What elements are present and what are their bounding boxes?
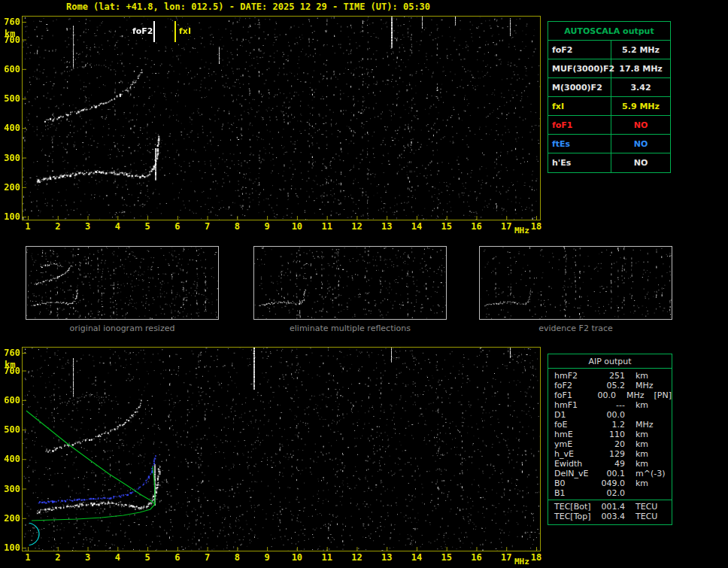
x-axis-tick-label: 5 — [144, 221, 150, 232]
autoscala-row-label: foF1 — [548, 116, 611, 134]
x-axis-tick-label: 15 — [441, 552, 451, 563]
aip-val: 05.2 — [595, 381, 625, 390]
aip-unit — [625, 410, 667, 420]
x-axis-tick-label: 3 — [85, 552, 90, 563]
aip-val: 003.4 — [595, 512, 625, 521]
aip-row: TEC[Bot]001.4TECU — [548, 500, 672, 512]
thumbnail-caption-evidence: evidence F2 trace — [479, 323, 672, 333]
autoscala-table-title: AUTOSCALA output — [548, 22, 670, 41]
aip-name: hmF1 — [548, 400, 595, 410]
thumbnail-caption-original: original ionogram resized — [26, 323, 219, 333]
aip-row: hmF2251km — [548, 371, 672, 381]
autoscala-row-label: h'Es — [548, 153, 611, 172]
x-axis-tick-label: 14 — [411, 552, 422, 563]
aip-unit: MHz — [625, 420, 667, 430]
autoscala-row-label: fxI — [548, 97, 611, 115]
x-axis-tick-label: 16 — [471, 221, 481, 232]
aip-val: 00.1 — [595, 469, 625, 478]
x-axis-tick-label: 8 — [235, 221, 240, 232]
autoscala-row: M(3000)F23.42 — [548, 78, 670, 97]
aip-row: foF100.0MHz[PN] — [548, 390, 672, 400]
aip-val: 49 — [595, 459, 625, 469]
autoscala-row-label: MUF(3000)F2 — [548, 59, 611, 77]
autoscala-row: foF25.2 MHz — [548, 41, 670, 59]
aip-row: foE1.2MHz — [548, 420, 672, 430]
x-axis-tick-label: 3 — [85, 221, 90, 232]
x-axis-unit-bottom: MHz — [514, 557, 529, 566]
autoscala-table-rows: foF25.2 MHzMUF(3000)F217.8 MHzM(3000)F23… — [548, 41, 670, 172]
x-axis-tick-label: 14 — [411, 221, 422, 232]
y-axis-tick-label: 760 — [0, 17, 20, 26]
foF2-marker-label: foF2 — [132, 26, 153, 36]
aip-extra: [PN] — [654, 390, 672, 400]
x-axis-tick-label: 11 — [321, 552, 332, 563]
autoscala-row-label: ftEs — [548, 135, 611, 153]
y-axis-tick-label: 500 — [0, 425, 20, 434]
x-axis-tick-label: 5 — [144, 552, 150, 563]
y-axis-tick-label: 100 — [0, 212, 20, 221]
x-axis-tick-label: 8 — [235, 552, 240, 563]
autoscala-row-value: 5.2 MHz — [611, 41, 670, 59]
aip-val: 00.0 — [590, 390, 616, 400]
aip-name: TEC[Top] — [548, 512, 595, 521]
aip-row: B0049.0km — [548, 478, 672, 488]
aip-val: 001.4 — [595, 502, 625, 512]
autoscala-row-value: NO — [611, 135, 670, 153]
y-axis-tick-label: 400 — [0, 123, 20, 132]
x-axis-tick-label: 1 — [25, 221, 30, 232]
x-axis-tick-label: 16 — [471, 552, 481, 563]
thumbnail-original-canvas — [26, 247, 218, 319]
x-axis-tick-label: 13 — [381, 221, 392, 232]
x-axis-tick-label: 13 — [381, 552, 392, 563]
fxI-marker-label: fxI — [179, 26, 191, 36]
x-axis-tick-label: 9 — [264, 552, 269, 563]
x-axis-tick-label: 1 — [25, 552, 30, 563]
aip-name: foF1 — [548, 390, 590, 400]
x-axis-tick-label: 18 — [531, 552, 541, 563]
autoscala-row: ftEsNO — [548, 135, 670, 153]
y-axis-tick-label: 700 — [0, 366, 20, 375]
x-axis-tick-label: 2 — [55, 221, 60, 232]
aip-output-table: AIP output hmF2251kmfoF205.2MHzfoF100.0M… — [548, 354, 672, 525]
aip-unit — [625, 488, 667, 498]
autoscala-row: MUF(3000)F217.8 MHz — [548, 59, 670, 78]
aip-row: D100.0 — [548, 410, 672, 420]
y-axis-tick-label: 500 — [0, 94, 20, 103]
aip-unit: km — [625, 439, 667, 449]
aip-name: TEC[Bot] — [548, 502, 595, 512]
aip-row: ymE20km — [548, 439, 672, 449]
aip-val: 02.0 — [595, 488, 625, 498]
aip-name: ymE — [548, 439, 595, 449]
x-axis-tick-label: 10 — [292, 221, 302, 232]
aip-val: --- — [595, 400, 625, 410]
autoscala-output-table: AUTOSCALA output foF25.2 MHzMUF(3000)F21… — [548, 21, 671, 173]
x-axis-tick-label: 17 — [501, 221, 511, 232]
aip-unit: km — [625, 371, 667, 381]
aip-val: 129 — [595, 449, 625, 459]
aip-val: 20 — [595, 439, 625, 449]
aip-unit: m^(-3) — [625, 469, 667, 478]
y-axis-tick-label: 300 — [0, 484, 20, 494]
x-axis-tick-label: 11 — [321, 221, 332, 232]
aip-row: TEC[Top]003.4TECU — [548, 512, 672, 521]
autoscala-row-value: NO — [611, 153, 670, 172]
aip-val: 251 — [595, 371, 625, 381]
aip-name: DelN_vE — [548, 469, 595, 478]
autoscala-row: h'EsNO — [548, 153, 670, 172]
autoscala-row-label: M(3000)F2 — [548, 78, 611, 96]
aip-val: 049.0 — [595, 478, 625, 488]
y-axis-tick-label: 300 — [0, 153, 20, 163]
aip-unit: MHz — [625, 381, 667, 390]
top-ionogram-plot: foF2 fxI — [22, 16, 541, 220]
x-axis-tick-label: 12 — [351, 221, 362, 232]
x-axis-tick-label: 7 — [205, 221, 210, 232]
autoscala-row-value: 17.8 MHz — [611, 59, 670, 77]
aip-row: foF205.2MHz — [548, 381, 672, 390]
x-axis-tick-label: 6 — [174, 221, 180, 232]
y-axis-tick-label: 600 — [0, 65, 20, 74]
x-axis-tick-label: 4 — [115, 552, 120, 563]
aip-name: h_vE — [548, 449, 595, 459]
page-title: Rome (lat: +41.8, lon: 012.5) - DATE: 20… — [66, 2, 430, 12]
aip-row: hmF1---km — [548, 400, 672, 410]
y-axis-tick-label: 760 — [0, 348, 20, 357]
